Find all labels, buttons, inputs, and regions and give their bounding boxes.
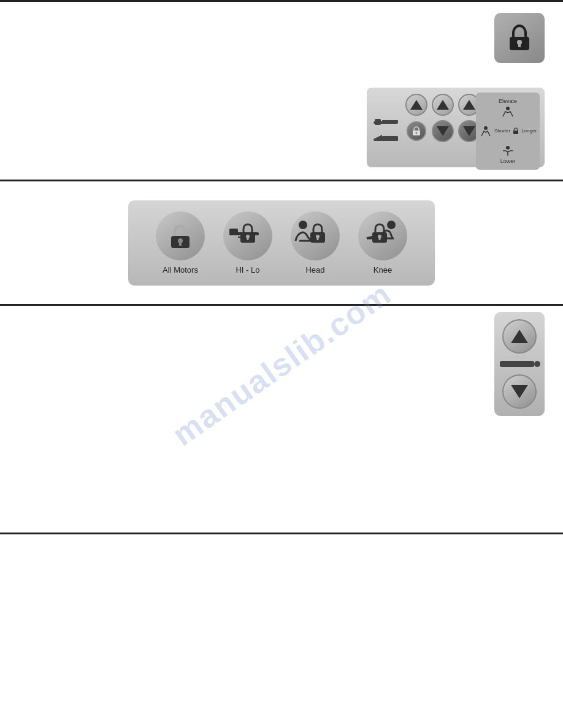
- hi-lo-lock-icon: [237, 221, 259, 246]
- down-button-2[interactable]: [432, 120, 454, 142]
- longer-label: Longer: [521, 128, 537, 134]
- bed-bar-rect: [500, 361, 534, 367]
- lower-icon: [499, 145, 516, 157]
- bed-icons-column: [373, 118, 400, 145]
- svg-point-21: [299, 221, 307, 229]
- down-arrow-icon-2: [437, 126, 449, 136]
- up-button-2[interactable]: [432, 94, 454, 116]
- knee-label: Knee: [373, 265, 392, 275]
- down-arrow-large-icon: [511, 385, 528, 398]
- elevate-icon: [499, 105, 516, 118]
- lock-option-hi-lo[interactable]: HI - Lo: [223, 211, 272, 275]
- all-motors-lock-icon: [166, 220, 195, 252]
- svg-rect-7: [382, 136, 398, 141]
- shorter-icon: [479, 125, 492, 137]
- svg-point-9: [416, 132, 418, 134]
- lower-item: Lower: [499, 145, 516, 164]
- raised-bed-icon: [373, 132, 400, 145]
- svg-rect-4: [375, 119, 381, 125]
- knee-lock-icon: [369, 221, 391, 246]
- lock-panel-large[interactable]: [494, 13, 545, 63]
- small-control-panel: Elevate Shorter: [367, 88, 545, 167]
- flat-bed-icon: [373, 118, 400, 127]
- bed-bar-dot: [534, 361, 540, 367]
- lock-button-small[interactable]: [407, 121, 426, 141]
- elevate-label: Elevate: [499, 98, 517, 104]
- lock-option-knee[interactable]: Knee: [358, 211, 407, 275]
- up-button-1[interactable]: [405, 94, 427, 116]
- down-arrow-icon-3: [463, 126, 475, 136]
- svg-rect-10: [513, 131, 518, 134]
- knee-icon-circle: [358, 211, 407, 260]
- svg-rect-20: [247, 238, 249, 240]
- lock-option-head[interactable]: Head: [291, 211, 340, 275]
- section-3: All Motors HI - Lo: [0, 181, 563, 304]
- svg-rect-5: [382, 120, 398, 123]
- bottom-divider: [0, 533, 563, 534]
- head-lock-icon: [307, 221, 329, 246]
- head-icon-circle: [291, 211, 340, 260]
- down-button-large[interactable]: [502, 374, 537, 409]
- section-1: [0, 2, 563, 82]
- lock-option-all-motors[interactable]: All Motors: [156, 211, 205, 275]
- lock-icon-small: [411, 126, 422, 137]
- up-arrow-icon-1: [410, 100, 423, 110]
- up-arrow-large-icon: [511, 330, 528, 343]
- elevate-item: Elevate: [499, 98, 517, 118]
- lock-options-panel: All Motors HI - Lo: [128, 200, 435, 286]
- all-motors-label: All Motors: [163, 265, 198, 275]
- svg-rect-28: [379, 238, 381, 240]
- up-button-large[interactable]: [502, 319, 537, 354]
- lock-icon-side: [512, 127, 519, 135]
- side-panel: Elevate Shorter: [476, 93, 540, 170]
- shorter-longer-item: Shorter Longer: [479, 125, 537, 137]
- hi-lo-icon-circle: [223, 211, 272, 260]
- up-arrow-icon-2: [437, 100, 449, 110]
- head-label: Head: [305, 265, 324, 275]
- svg-rect-13: [179, 242, 182, 246]
- hi-lo-label: HI - Lo: [236, 265, 259, 275]
- lower-label: Lower: [500, 158, 516, 164]
- lock-icon-large: [504, 22, 535, 54]
- all-motors-icon-circle: [156, 211, 205, 260]
- section-2: Elevate Shorter: [0, 82, 563, 180]
- updown-panel: [494, 312, 545, 416]
- up-arrow-icon-3: [463, 100, 475, 110]
- bed-bar-icon: [500, 358, 539, 370]
- section-5: [0, 422, 563, 533]
- svg-rect-2: [518, 44, 521, 47]
- shorter-label: Shorter: [494, 128, 510, 134]
- section-4: [0, 306, 563, 422]
- svg-rect-24: [317, 238, 319, 240]
